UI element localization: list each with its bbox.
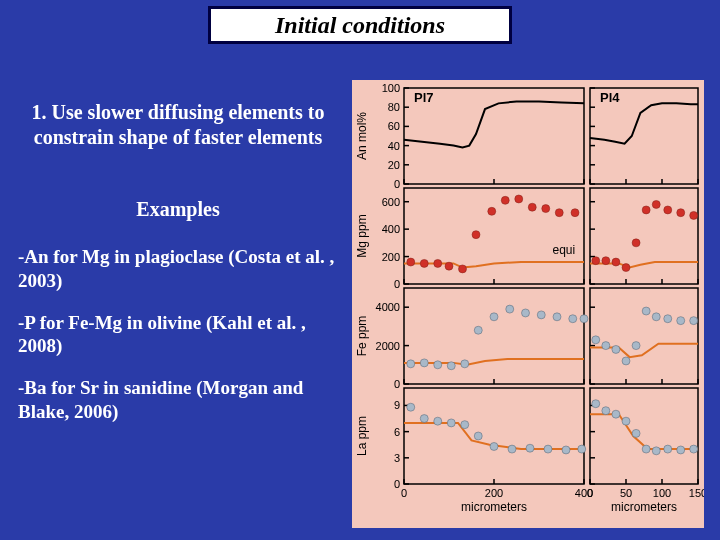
svg-point-54: [555, 209, 563, 217]
svg-text:0: 0: [401, 487, 407, 499]
svg-point-169: [677, 446, 685, 454]
svg-text:150: 150: [689, 487, 704, 499]
svg-point-161: [592, 400, 600, 408]
svg-text:4000: 4000: [376, 301, 400, 313]
svg-point-167: [652, 447, 660, 455]
svg-point-87: [407, 360, 415, 368]
svg-point-72: [652, 200, 660, 208]
examples-heading: Examples: [18, 198, 338, 221]
chart-svg: 020406080100An mol%Pl7Pl40200400600Mg pp…: [352, 80, 704, 528]
svg-text:0: 0: [394, 478, 400, 490]
svg-rect-76: [404, 288, 584, 384]
bullet-1: -An for Mg in plagioclase (Costa et al. …: [18, 245, 338, 293]
left-column: 1. Use slower diffusing elements to cons…: [18, 100, 338, 442]
svg-point-117: [690, 317, 698, 325]
svg-text:9: 9: [394, 399, 400, 411]
svg-point-48: [472, 231, 480, 239]
svg-point-145: [562, 446, 570, 454]
svg-point-141: [490, 442, 498, 450]
svg-text:100: 100: [382, 82, 400, 94]
svg-point-94: [506, 305, 514, 313]
svg-point-71: [642, 206, 650, 214]
svg-text:La ppm: La ppm: [355, 416, 369, 456]
svg-point-110: [612, 345, 620, 353]
svg-text:0: 0: [394, 278, 400, 290]
svg-text:micrometers: micrometers: [461, 500, 527, 514]
svg-text:0: 0: [587, 487, 593, 499]
svg-point-97: [553, 313, 561, 321]
svg-point-55: [571, 209, 579, 217]
svg-point-95: [522, 309, 530, 317]
svg-text:40: 40: [388, 140, 400, 152]
svg-rect-57: [590, 188, 698, 284]
svg-point-49: [488, 207, 496, 215]
svg-point-45: [434, 259, 442, 267]
svg-point-168: [664, 445, 672, 453]
point-1: 1. Use slower diffusing elements to cons…: [18, 100, 338, 150]
slide-title: Initial conditions: [275, 12, 445, 39]
svg-rect-100: [590, 288, 698, 384]
svg-point-146: [578, 445, 586, 453]
svg-point-88: [420, 359, 428, 367]
svg-text:0: 0: [394, 378, 400, 390]
svg-point-114: [652, 313, 660, 321]
svg-text:Pl4: Pl4: [600, 90, 620, 105]
svg-point-108: [592, 336, 600, 344]
svg-point-165: [632, 429, 640, 437]
svg-text:100: 100: [653, 487, 671, 499]
title-box: Initial conditions: [208, 6, 512, 44]
svg-point-73: [664, 206, 672, 214]
svg-point-46: [445, 262, 453, 270]
slide-root: Initial conditions 1. Use slower diffusi…: [0, 0, 720, 540]
svg-point-66: [592, 257, 600, 265]
svg-text:20: 20: [388, 159, 400, 171]
svg-point-50: [501, 196, 509, 204]
svg-text:micrometers: micrometers: [611, 500, 677, 514]
svg-text:equi: equi: [553, 243, 576, 257]
svg-point-137: [434, 417, 442, 425]
svg-point-90: [447, 362, 455, 370]
svg-point-91: [461, 360, 469, 368]
svg-point-162: [602, 407, 610, 415]
svg-text:2000: 2000: [376, 340, 400, 352]
svg-point-67: [602, 257, 610, 265]
svg-point-164: [622, 417, 630, 425]
svg-point-43: [407, 258, 415, 266]
svg-point-135: [407, 403, 415, 411]
svg-point-47: [459, 265, 467, 273]
svg-point-142: [508, 445, 516, 453]
svg-text:200: 200: [485, 487, 503, 499]
svg-text:60: 60: [388, 120, 400, 132]
svg-text:400: 400: [382, 223, 400, 235]
svg-text:600: 600: [382, 196, 400, 208]
svg-point-113: [642, 307, 650, 315]
svg-point-143: [526, 444, 534, 452]
svg-text:80: 80: [388, 101, 400, 113]
svg-text:Pl7: Pl7: [414, 90, 434, 105]
svg-point-69: [622, 264, 630, 272]
svg-point-53: [542, 205, 550, 213]
svg-point-138: [447, 419, 455, 427]
bullet-3: -Ba for Sr in sanidine (Morgan and Blake…: [18, 376, 338, 424]
svg-point-163: [612, 410, 620, 418]
svg-point-74: [677, 209, 685, 217]
svg-text:6: 6: [394, 426, 400, 438]
svg-point-68: [612, 258, 620, 266]
svg-point-44: [420, 259, 428, 267]
svg-rect-147: [590, 388, 698, 484]
svg-point-52: [528, 203, 536, 211]
bullet-2: -P for Fe-Mg in olivine (Kahl et al. , 2…: [18, 311, 338, 359]
svg-text:Mg ppm: Mg ppm: [355, 214, 369, 257]
svg-point-140: [474, 432, 482, 440]
svg-point-109: [602, 342, 610, 350]
svg-text:50: 50: [620, 487, 632, 499]
svg-point-116: [677, 317, 685, 325]
svg-point-93: [490, 313, 498, 321]
svg-point-51: [515, 195, 523, 203]
svg-point-136: [420, 415, 428, 423]
svg-text:3: 3: [394, 452, 400, 464]
svg-point-70: [632, 239, 640, 247]
svg-point-112: [632, 342, 640, 350]
svg-point-144: [544, 445, 552, 453]
svg-text:0: 0: [394, 178, 400, 190]
